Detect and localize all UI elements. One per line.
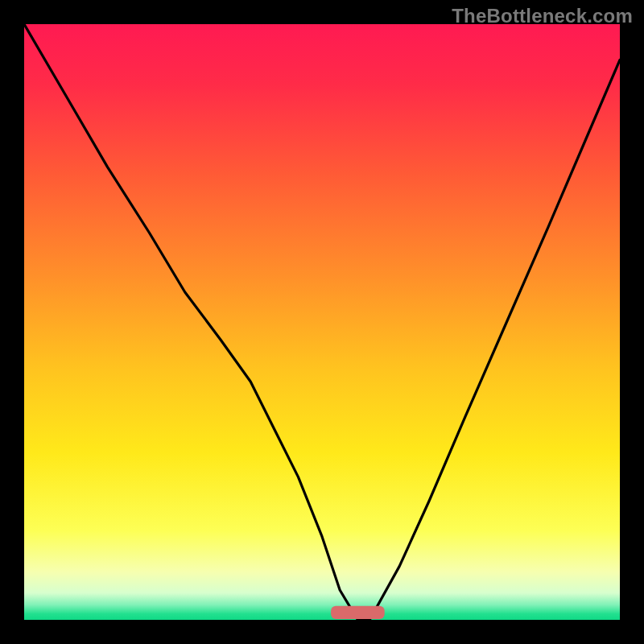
gradient-background [24,24,620,620]
optimal-marker [331,606,385,619]
watermark-text: TheBottleneck.com [452,5,633,27]
chart-svg [24,24,620,620]
plot-area [24,24,620,620]
chart-frame: TheBottleneck.com [0,0,644,644]
